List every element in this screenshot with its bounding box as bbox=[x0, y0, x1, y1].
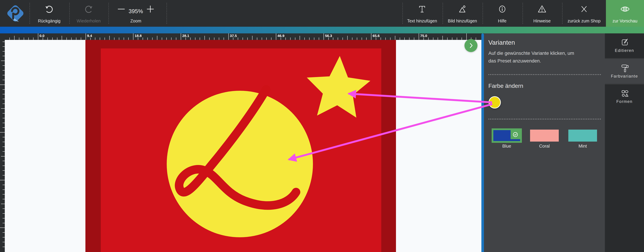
ruler-tick bbox=[66, 38, 67, 40]
undo-button[interactable]: Rückgängig bbox=[32, 0, 66, 27]
ruler-tick bbox=[19, 38, 19, 40]
ruler-tick bbox=[362, 38, 362, 40]
ruler-tick bbox=[276, 33, 276, 40]
ruler-tick bbox=[371, 33, 371, 40]
add-text-label: Text hinzufügen bbox=[405, 19, 439, 24]
ruler-tick bbox=[62, 36, 62, 40]
ruler-tick bbox=[414, 38, 414, 40]
variant-label: Mint bbox=[568, 144, 597, 149]
ruler-tick bbox=[33, 38, 34, 40]
ruler-label: 75.0 bbox=[420, 34, 427, 38]
current-color-swatch[interactable] bbox=[488, 96, 501, 108]
ruler-tick bbox=[252, 36, 252, 40]
help-button[interactable]: Hilfe bbox=[485, 0, 519, 27]
add-text-button[interactable]: Text hinzufügen bbox=[405, 0, 439, 27]
ruler-tick bbox=[2, 232, 5, 233]
toolbar: Rückgängig Wiederholen 395% Zoom bbox=[0, 0, 644, 27]
ruler-tick bbox=[200, 38, 200, 40]
tab-formen[interactable]: Formen bbox=[605, 84, 644, 109]
preview-button[interactable]: zur Vorschau bbox=[606, 0, 644, 27]
ruler-tick bbox=[14, 36, 14, 40]
back-to-shop-button[interactable]: zurück zum Shop bbox=[563, 0, 605, 27]
toolbar-divider bbox=[562, 3, 562, 24]
ruler-tick bbox=[176, 38, 176, 40]
ruler-tick bbox=[204, 36, 205, 40]
ruler-label: 46.9 bbox=[278, 34, 284, 38]
ruler-tick bbox=[2, 51, 5, 52]
ruler-tick bbox=[2, 142, 5, 142]
app-logo-icon[interactable] bbox=[4, 2, 26, 25]
ruler-tick bbox=[466, 33, 467, 40]
ruler-tick bbox=[104, 38, 105, 40]
warning-icon bbox=[537, 4, 547, 14]
variant-label: Blue bbox=[492, 144, 522, 149]
ruler-tick bbox=[2, 213, 5, 214]
ruler-tick bbox=[286, 38, 286, 40]
logo-circle[interactable] bbox=[167, 91, 313, 237]
ruler-tick bbox=[266, 38, 267, 40]
ruler-tick bbox=[2, 175, 5, 176]
ruler-tick bbox=[24, 38, 24, 40]
ruler-tick bbox=[390, 38, 390, 40]
ruler-tick bbox=[380, 38, 381, 40]
sidebar-description-line1: Auf die gewünschte Variante klicken, um bbox=[488, 51, 574, 56]
ruler-tick bbox=[0, 132, 5, 133]
ruler-tick bbox=[2, 56, 5, 56]
ruler-tick bbox=[247, 38, 248, 40]
add-image-button[interactable]: Bild hinzufügen bbox=[445, 0, 480, 27]
toolbar-divider bbox=[108, 3, 109, 24]
ruler-tick bbox=[1, 108, 5, 109]
ruler-tick bbox=[228, 33, 229, 40]
ruler-tick bbox=[219, 38, 219, 40]
chevron-right-icon bbox=[466, 41, 476, 50]
dotted-divider bbox=[488, 74, 601, 75]
ruler-tick bbox=[138, 38, 138, 40]
ruler-tick bbox=[86, 33, 86, 40]
ruler-tick bbox=[328, 38, 329, 40]
ruler-tick bbox=[1, 156, 5, 157]
variant-chip-blue[interactable] bbox=[492, 129, 522, 143]
sidebar-collapse-button[interactable] bbox=[464, 39, 478, 52]
ruler-tick bbox=[409, 38, 410, 40]
ruler-tick bbox=[442, 36, 443, 40]
variant-label: Coral bbox=[530, 144, 559, 149]
eye-icon bbox=[620, 4, 630, 14]
ruler-tick bbox=[1, 204, 5, 204]
selected-badge bbox=[510, 130, 520, 139]
ruler-tick bbox=[2, 237, 5, 237]
vertical-ruler bbox=[0, 40, 5, 252]
ruler-tick bbox=[38, 33, 38, 40]
ruler-tick bbox=[10, 38, 10, 40]
canvas-scrollbar[interactable] bbox=[482, 33, 484, 252]
edit-icon bbox=[620, 37, 629, 47]
tab-editieren[interactable]: Editieren bbox=[605, 33, 644, 58]
ruler-tick bbox=[324, 33, 324, 40]
toolbar-divider bbox=[402, 3, 403, 24]
ruler-tick bbox=[43, 38, 43, 40]
ruler-tick bbox=[2, 103, 5, 104]
sidebar-title: Varianten bbox=[488, 39, 515, 46]
variant-chip-coral[interactable] bbox=[530, 130, 559, 142]
add-image-label: Bild hinzufügen bbox=[445, 19, 480, 24]
ruler-tick bbox=[157, 36, 157, 40]
ruler-label: 56.3 bbox=[325, 34, 332, 38]
image-icon bbox=[458, 4, 467, 14]
hints-button[interactable]: Hinweise bbox=[525, 0, 559, 27]
ruler-tick bbox=[28, 38, 29, 40]
ruler-tick bbox=[190, 38, 191, 40]
ruler-tick bbox=[2, 166, 5, 166]
tab-farbvariante[interactable]: Farbvariante bbox=[605, 59, 644, 84]
ruler-tick bbox=[376, 38, 376, 40]
variant-chip-mint[interactable] bbox=[568, 130, 597, 142]
ruler-tick bbox=[143, 38, 143, 40]
ruler-tick bbox=[352, 38, 352, 40]
redo-button[interactable]: Wiederholen bbox=[72, 0, 106, 27]
ruler-tick bbox=[281, 38, 281, 40]
design-canvas[interactable] bbox=[5, 40, 482, 252]
horizontal-ruler: 0.09.418.828.137.546.956.365.675.0 bbox=[0, 33, 482, 40]
ruler-tick bbox=[162, 38, 162, 40]
ruler-tick bbox=[2, 118, 5, 118]
ruler-tick bbox=[2, 137, 5, 137]
ruler-tick bbox=[2, 170, 5, 171]
ruler-tick bbox=[319, 38, 319, 40]
